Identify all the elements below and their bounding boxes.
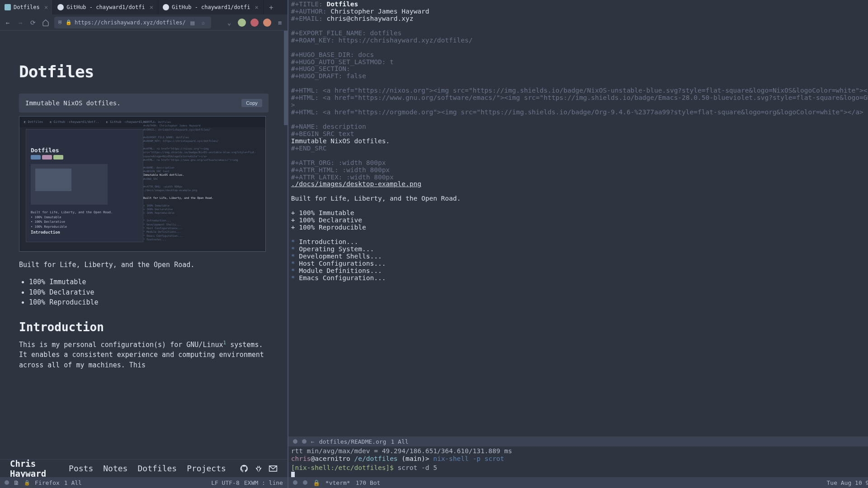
desktop-screenshot-image: ◧ Dotfiles◐ Github -chayward1/dotf..◐ Gi… bbox=[19, 116, 266, 252]
nav-link-posts[interactable]: Posts bbox=[69, 464, 93, 473]
file-icon: 🗎 bbox=[14, 479, 19, 486]
buffer-name: Firefox bbox=[35, 479, 60, 486]
editor-modeline: ← dotfiles/README.org 1 All LF UTF-8 Org… bbox=[288, 436, 868, 446]
browser-tab-3[interactable]: GitHub - chayward1/dotfi × bbox=[158, 0, 264, 14]
code-text: Immutable NixOS dotfiles. bbox=[25, 99, 121, 107]
favicon-icon bbox=[5, 4, 11, 10]
nav-link-dotfiles[interactable]: Dotfiles bbox=[137, 464, 177, 473]
terminal-prompt-line: chris@acernitro /e/dotfiles (main)> nix-… bbox=[291, 455, 868, 463]
buffer-name: *vterm* bbox=[326, 479, 350, 486]
command-arg: -p scrot bbox=[472, 455, 504, 462]
tab-title: GitHub - chayward1/dotfi bbox=[172, 4, 250, 10]
back-icon: ← bbox=[311, 438, 315, 445]
vterm-buffer[interactable]: rtt min/avg/max/mdev = 49.294/186.651/36… bbox=[288, 446, 868, 477]
command: scrot -d 5 bbox=[398, 464, 437, 471]
prompt-path: /e/dotfiles bbox=[354, 455, 398, 462]
vterm-modeline: 🔒 *vterm* 170 Bot Tue Aug 10 9:45AM 0.31… bbox=[288, 477, 868, 488]
scrollbar[interactable] bbox=[284, 31, 288, 125]
browser-tab-2[interactable]: GitHub - chayward1/dotfi × bbox=[53, 0, 158, 14]
close-icon[interactable]: × bbox=[44, 4, 48, 11]
terminal-output: rtt min/avg/max/mdev = 49.294/186.651/36… bbox=[291, 447, 868, 455]
tab-title: Dotfiles bbox=[14, 4, 40, 10]
command: nix-shell bbox=[433, 455, 469, 462]
datetime: Tue Aug 10 9:45AM bbox=[826, 479, 868, 486]
editor-buffer[interactable]: #+TITLE: Dotfiles #+AUTHOR: Christopher … bbox=[288, 0, 868, 436]
page-title: Dotfiles bbox=[19, 62, 269, 81]
browser-tabstrip: Dotfiles × GitHub - chayward1/dotfi × Gi… bbox=[0, 0, 288, 14]
pocket-icon[interactable]: ⌄ bbox=[225, 19, 233, 27]
github-icon bbox=[57, 4, 64, 10]
status-dot-icon bbox=[303, 480, 307, 485]
prompt-host: acernitro bbox=[315, 455, 350, 462]
section-heading: Introduction bbox=[19, 320, 269, 334]
new-tab-button[interactable]: + bbox=[264, 0, 279, 14]
browser-toolbar: ← → ⟳ ⛨ 🔒 https://chrishayward.xyz/dotfi… bbox=[0, 14, 288, 31]
firefox-pane: Dotfiles × GitHub - chayward1/dotfi × Gi… bbox=[0, 0, 288, 488]
buffer-file: dotfiles/README.org bbox=[319, 438, 387, 445]
intro-paragraph: This is my personal configuration(s) for… bbox=[19, 339, 269, 371]
list-item: 100% Declarative bbox=[29, 287, 269, 298]
extension-icon[interactable] bbox=[238, 19, 246, 27]
status-dot-icon bbox=[293, 480, 297, 485]
ublock-icon[interactable] bbox=[250, 19, 259, 27]
terminal-prompt-line: [nix-shell:/etc/dotfiles]$ scrot -d 5 bbox=[291, 464, 868, 472]
github-icon[interactable] bbox=[240, 464, 249, 473]
nav-links: Posts Notes Dotfiles Projects bbox=[69, 464, 226, 473]
shield-icon[interactable]: ⛨ bbox=[58, 19, 63, 25]
list-item: 100% Immutable bbox=[29, 277, 269, 287]
back-icon[interactable]: ← bbox=[4, 19, 12, 27]
status-dot-icon bbox=[302, 439, 307, 444]
forward-icon[interactable]: → bbox=[16, 19, 24, 27]
menu-icon[interactable]: ≡ bbox=[276, 19, 284, 27]
brand[interactable]: Chris Hayward bbox=[10, 459, 46, 479]
tagline: Built for Life, Liberty, and the Open Ro… bbox=[19, 261, 269, 269]
encoding: LF UTF-8 bbox=[211, 479, 240, 486]
intro-text: This is my personal configuration(s) for… bbox=[19, 341, 223, 349]
url-bar[interactable]: ⛨ 🔒 https://chrishayward.xyz/dotfiles/ ▤… bbox=[54, 17, 211, 28]
nav-link-projects[interactable]: Projects bbox=[187, 464, 226, 473]
copy-button[interactable]: Copy bbox=[241, 99, 262, 107]
feature-list: 100% Immutable 100% Declarative 100% Rep… bbox=[19, 277, 269, 308]
reload-icon[interactable]: ⟳ bbox=[29, 19, 37, 27]
tab-title: GitHub - chayward1/dotfi bbox=[66, 4, 145, 10]
github-icon bbox=[163, 4, 169, 10]
extension-icon[interactable] bbox=[263, 19, 271, 27]
buffer-position: 1 All bbox=[64, 479, 82, 486]
close-icon[interactable]: × bbox=[255, 4, 258, 11]
prompt-user: chris bbox=[291, 455, 311, 462]
major-mode: EXWM : line bbox=[244, 479, 283, 486]
prompt-branch: (main)> bbox=[401, 455, 429, 462]
emacs-pane: #+TITLE: Dotfiles #+AUTHOR: Christopher … bbox=[288, 0, 868, 488]
nav-link-notes[interactable]: Notes bbox=[103, 464, 127, 473]
browser-tab-1[interactable]: Dotfiles × bbox=[0, 0, 53, 14]
buffer-position: 170 Bot bbox=[356, 479, 381, 486]
left-modeline: 🗎 🔒 Firefox 1 All LF UTF-8 EXWM : line bbox=[0, 477, 288, 488]
close-icon[interactable]: × bbox=[150, 4, 153, 11]
reader-icon[interactable]: ▤ bbox=[189, 19, 197, 27]
site-nav: Chris Hayward Posts Notes Dotfiles Proje… bbox=[0, 459, 288, 477]
url-text: https://chrishayward.xyz/dotfiles/ bbox=[75, 19, 186, 26]
list-item: 100% Reproducible bbox=[29, 297, 269, 308]
page-viewport: Dotfiles Immutable NixOS dotfiles. Copy … bbox=[0, 31, 288, 459]
page-content: Dotfiles Immutable NixOS dotfiles. Copy … bbox=[0, 31, 288, 370]
lock-icon: 🔒 bbox=[313, 479, 320, 486]
gitlab-icon[interactable] bbox=[254, 464, 263, 473]
bookmark-icon[interactable]: ☆ bbox=[199, 19, 208, 27]
lock-icon: 🔒 bbox=[24, 480, 30, 486]
status-dot-icon bbox=[293, 439, 297, 444]
code-block: Immutable NixOS dotfiles. Copy bbox=[19, 94, 269, 113]
shell-prompt: [nix-shell:/etc/dotfiles]$ bbox=[291, 464, 394, 471]
home-icon[interactable] bbox=[42, 19, 50, 27]
lock-icon: 🔒 bbox=[66, 19, 72, 25]
mail-icon[interactable] bbox=[269, 464, 278, 473]
buffer-position: 1 All bbox=[391, 438, 408, 445]
status-dot-icon bbox=[5, 480, 9, 485]
